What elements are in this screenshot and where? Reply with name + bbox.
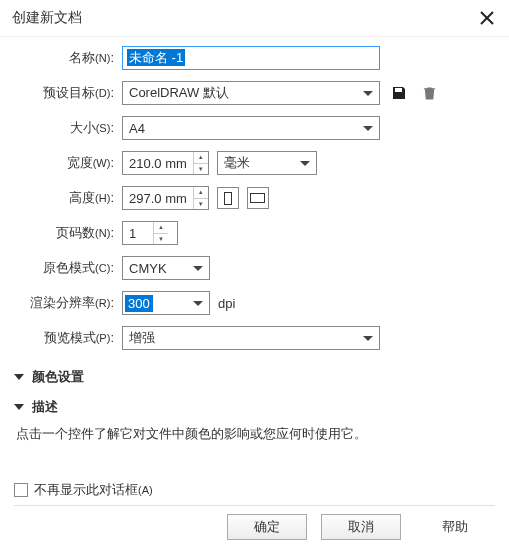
- landscape-icon: [250, 193, 265, 203]
- description-section[interactable]: 描述: [0, 390, 509, 420]
- dpi-label: dpi: [218, 296, 235, 311]
- preview-combo[interactable]: 增强: [122, 326, 380, 350]
- cancel-button[interactable]: 取消: [321, 514, 401, 540]
- resolution-label: 渲染分辨率(R):: [14, 294, 122, 312]
- dialog-title: 创建新文档: [12, 9, 82, 27]
- dont-show-label: 不再显示此对话框(A): [34, 481, 153, 499]
- chevron-down-icon: [14, 404, 24, 410]
- height-up[interactable]: ▲: [194, 187, 208, 199]
- portrait-icon: [224, 192, 232, 205]
- description-text: 点击一个控件了解它对文件中颜色的影响或您应何时使用它。: [0, 420, 509, 455]
- chevron-down-icon: [14, 374, 24, 380]
- orientation-landscape-button[interactable]: [247, 187, 269, 209]
- height-label: 高度(H):: [14, 189, 122, 207]
- name-field[interactable]: 未命名 -1: [122, 46, 380, 70]
- height-spinner[interactable]: 297.0 mm ▲▼: [122, 186, 209, 210]
- close-icon: [480, 11, 494, 25]
- pages-down[interactable]: ▼: [154, 234, 168, 245]
- pages-label: 页码数(N):: [14, 224, 122, 242]
- colormode-combo[interactable]: CMYK: [122, 256, 210, 280]
- width-spinner[interactable]: 210.0 mm ▲▼: [122, 151, 209, 175]
- resolution-combo[interactable]: 300: [122, 291, 210, 315]
- close-button[interactable]: [475, 6, 499, 30]
- delete-preset-button[interactable]: [418, 82, 440, 104]
- colormode-label: 原色模式(C):: [14, 259, 122, 277]
- width-unit-combo[interactable]: 毫米: [217, 151, 317, 175]
- preset-combo[interactable]: CorelDRAW 默认: [122, 81, 380, 105]
- size-combo[interactable]: A4: [122, 116, 380, 140]
- preview-label: 预览模式(P):: [14, 329, 122, 347]
- save-preset-button[interactable]: [388, 82, 410, 104]
- width-label: 宽度(W):: [14, 154, 122, 172]
- help-button[interactable]: 帮助: [415, 514, 495, 540]
- ok-button[interactable]: 确定: [227, 514, 307, 540]
- height-down[interactable]: ▼: [194, 199, 208, 210]
- size-label: 大小(S):: [14, 119, 122, 137]
- save-icon: [391, 85, 407, 101]
- color-settings-section[interactable]: 颜色设置: [0, 360, 509, 390]
- preset-label: 预设目标(D):: [14, 84, 122, 102]
- orientation-portrait-button[interactable]: [217, 187, 239, 209]
- width-up[interactable]: ▲: [194, 152, 208, 164]
- name-label: 名称(N):: [14, 49, 122, 67]
- width-down[interactable]: ▼: [194, 164, 208, 175]
- pages-spinner[interactable]: 1 ▲▼: [122, 221, 178, 245]
- pages-up[interactable]: ▲: [154, 222, 168, 234]
- dont-show-checkbox[interactable]: [14, 483, 28, 497]
- trash-icon: [422, 85, 437, 101]
